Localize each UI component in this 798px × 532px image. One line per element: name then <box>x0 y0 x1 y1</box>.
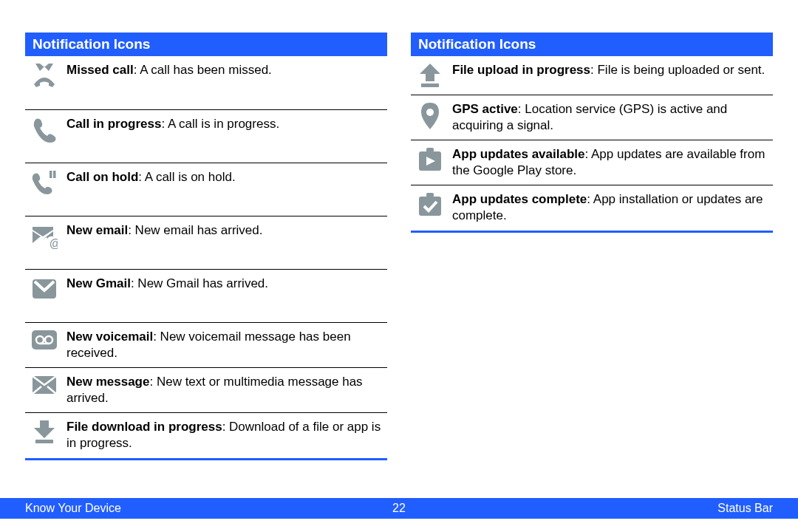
upload-icon <box>414 62 446 89</box>
download-icon <box>28 419 61 446</box>
list-item: GPS active: Location service (GPS) is ac… <box>411 95 773 140</box>
svg-point-14 <box>426 109 434 116</box>
item-text: File download in progress: Download of a… <box>61 419 386 451</box>
footer-left: Know Your Device <box>25 502 377 515</box>
svg-rect-11 <box>35 440 53 443</box>
call-hold-icon <box>28 169 61 196</box>
svg-marker-0 <box>35 64 53 71</box>
item-text: GPS active: Location service (GPS) is ac… <box>446 101 771 134</box>
page-footer: Know Your Device 22 Status Bar <box>0 498 798 519</box>
gmail-icon <box>28 276 61 302</box>
list-item: App updates complete: App installation o… <box>411 185 773 230</box>
list-item: Call in progress: A call is in progress. <box>25 109 387 163</box>
svg-rect-2 <box>53 171 56 178</box>
item-text: New message: New text or multimedia mess… <box>61 374 386 406</box>
updates-complete-icon <box>414 191 446 218</box>
svg-text:@: @ <box>50 237 58 249</box>
svg-rect-1 <box>50 171 52 178</box>
list-item: App updates available: App updates are a… <box>411 140 773 185</box>
item-text: File upload in progress: File is being u… <box>446 62 771 78</box>
svg-marker-12 <box>420 64 440 81</box>
svg-rect-19 <box>419 197 441 216</box>
missed-call-icon <box>28 62 61 89</box>
message-icon <box>28 374 61 396</box>
list-item: New Gmail: New Gmail has arrived. <box>25 269 387 322</box>
item-text: App updates complete: App installation o… <box>446 191 771 224</box>
section-header-right: Notification Icons <box>411 33 773 56</box>
item-text: Call on hold: A call is on hold. <box>61 169 386 185</box>
page-number: 22 <box>377 502 421 515</box>
item-text: New Gmail: New Gmail has arrived. <box>61 276 386 292</box>
item-text: New email: New email has arrived. <box>61 222 386 239</box>
list-item: File upload in progress: File is being u… <box>411 56 773 95</box>
svg-marker-10 <box>34 420 55 438</box>
item-text: App updates available: App updates are a… <box>446 146 771 179</box>
right-column: Notification Icons File upload in progre… <box>411 33 773 460</box>
item-text: Call in progress: A call is in progress. <box>61 116 386 132</box>
new-email-icon: @ <box>28 222 61 249</box>
item-text: New voicemail: New voicemail message has… <box>61 329 386 361</box>
list-item: File download in progress: Download of a… <box>25 412 387 457</box>
item-text: Missed call: A call has been missed. <box>61 62 386 78</box>
list-item: Call on hold: A call is on hold. <box>25 163 387 216</box>
footer-right: Status Bar <box>421 502 773 515</box>
call-progress-icon <box>28 116 61 143</box>
svg-rect-13 <box>421 83 439 87</box>
list-item: Missed call: A call has been missed. <box>25 56 387 109</box>
list-item: New voicemail: New voicemail message has… <box>25 322 387 367</box>
left-column: Notification Icons Missed call: A call h… <box>25 33 387 460</box>
gps-icon <box>414 101 446 131</box>
voicemail-icon <box>28 329 61 351</box>
play-store-icon <box>414 146 446 173</box>
list-item: New message: New text or multimedia mess… <box>25 367 387 412</box>
list-item: @ New email: New email has arrived. <box>25 216 387 269</box>
section-header-left: Notification Icons <box>25 33 387 56</box>
